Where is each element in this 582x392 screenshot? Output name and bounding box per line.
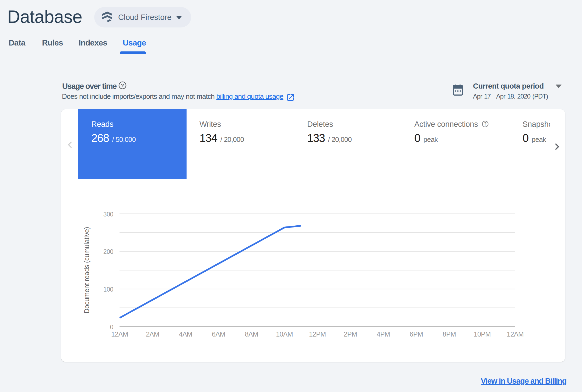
svg-text:2PM: 2PM	[344, 330, 357, 338]
svg-text:0: 0	[110, 324, 113, 331]
svg-text:?: ?	[121, 83, 124, 88]
svg-text:10PM: 10PM	[474, 330, 491, 338]
svg-text:6AM: 6AM	[212, 330, 225, 338]
svg-text:10AM: 10AM	[276, 330, 293, 338]
svg-text:4AM: 4AM	[179, 330, 192, 338]
svg-text:300: 300	[103, 211, 113, 218]
svg-text:12PM: 12PM	[309, 330, 326, 338]
svg-text:100: 100	[103, 286, 113, 293]
svg-text:2AM: 2AM	[146, 330, 159, 338]
svg-text:200: 200	[103, 248, 113, 255]
svg-text:4PM: 4PM	[377, 330, 390, 338]
svg-text:6PM: 6PM	[410, 330, 423, 338]
svg-text:12AM: 12AM	[111, 330, 128, 338]
svg-text:Document reads (cumulative): Document reads (cumulative)	[83, 227, 90, 313]
svg-text:12AM: 12AM	[507, 330, 524, 338]
svg-text:8AM: 8AM	[245, 330, 258, 338]
svg-text:8PM: 8PM	[443, 330, 456, 338]
